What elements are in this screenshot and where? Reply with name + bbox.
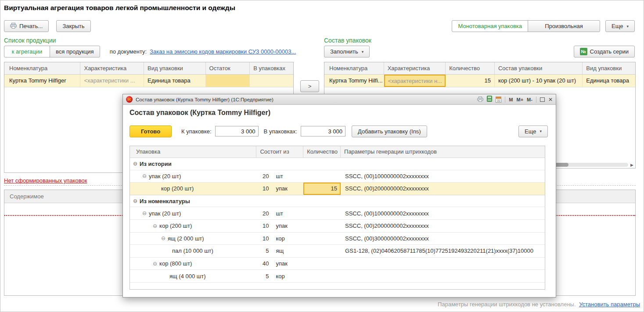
cell-characteristic-selected[interactable]: <характеристики н... — [384, 75, 446, 87]
cell-barcode-params[interactable]: GS1-128, (02)04062058711785(10)772519249… — [341, 245, 545, 257]
pack-label: ящ (2 000 шт) — [168, 235, 204, 242]
more-button[interactable]: Еще ▾ — [605, 20, 635, 32]
cell-barcode-params[interactable]: SSCC, (00)1000000002xxxxxxxx — [341, 207, 545, 219]
memory-plus-button[interactable]: M+ — [517, 97, 524, 102]
column-header[interactable]: Характеристика — [80, 62, 144, 74]
dialog-titlebar-title: Состав упаковок (Куртка Tommy Hilfiger) … — [136, 97, 474, 102]
cell-quantity[interactable] — [303, 270, 341, 282]
pack-label: кор (200 шт) — [161, 185, 194, 192]
fill-button[interactable]: Заполнить ▾ — [324, 46, 370, 57]
collapse-icon[interactable]: ⊖ — [161, 235, 165, 241]
tab-mono-pack[interactable]: Монотоварная упаковка — [452, 20, 528, 32]
create-series-button[interactable]: № Создать серии — [574, 46, 635, 57]
column-header[interactable]: Состоит из — [256, 146, 303, 158]
tab-arbitrary-pack[interactable]: Произвольная — [528, 20, 600, 32]
column-header[interactable]: Вид упаковки — [144, 62, 206, 74]
cell-characteristic[interactable]: <характеристики ... — [80, 75, 144, 87]
memory-button[interactable]: M — [509, 97, 513, 102]
table-row[interactable]: Куртка Tommy Hilfi... <характеристики н.… — [324, 75, 635, 87]
cell-nomenclature[interactable]: Куртка Tommy Hilfiger — [4, 75, 80, 87]
tab-all-products[interactable]: вся продукция — [50, 46, 100, 57]
cell-quantity-selected[interactable]: 15 — [303, 183, 341, 195]
cell-nomenclature[interactable]: Куртка Tommy Hilfi... — [324, 75, 384, 87]
table-row[interactable]: Куртка Tommy Hilfiger <характеристики ..… — [4, 75, 293, 87]
column-header[interactable]: Остаток — [206, 62, 250, 74]
tree-row[interactable]: ⊖кор (200 шт) 10упак SSCC, (00)200000000… — [130, 220, 545, 233]
packs-section-title: Состав упаковок — [324, 37, 371, 44]
collapse-icon[interactable]: ⊖ — [133, 198, 137, 204]
collapse-icon[interactable]: ⊖ — [142, 173, 147, 179]
column-header[interactable]: Количество — [303, 146, 341, 158]
pack-composition-dialog: 1С Состав упаковок (Куртка Tommy Hilfige… — [122, 94, 556, 298]
collapse-icon[interactable]: ⊖ — [142, 210, 147, 216]
dialog-titlebar[interactable]: 1С Состав упаковок (Куртка Tommy Hilfige… — [123, 94, 556, 105]
column-header[interactable]: Вид упаковки — [583, 62, 635, 74]
separator — [505, 97, 505, 103]
products-section-title: Список продукции — [4, 37, 56, 44]
tab-to-aggregation[interactable]: к агрегации — [4, 46, 50, 57]
cell-quantity[interactable] — [303, 170, 341, 183]
print-button[interactable]: Печать... — [4, 20, 49, 32]
column-header[interactable]: Состав упаковки — [495, 62, 583, 74]
tree-row[interactable]: ящ (4 000 шт) 5кор — [130, 270, 545, 283]
cell-rest[interactable] — [206, 75, 250, 87]
cell-quantity[interactable] — [303, 207, 341, 219]
column-header[interactable]: Упаковка — [130, 146, 256, 158]
scroll-right-icon[interactable]: ▶ — [630, 163, 633, 167]
cell-pack-kind[interactable]: Единица товара — [144, 75, 206, 87]
cell-quantity[interactable] — [303, 220, 341, 232]
cell-barcode-params[interactable] — [341, 270, 545, 282]
transfer-right-button[interactable]: > — [300, 80, 319, 92]
calculator-icon[interactable] — [487, 96, 492, 104]
in-packs-input[interactable] — [301, 126, 345, 136]
to-pack-input[interactable] — [215, 126, 259, 136]
cell-quantity[interactable]: 15 — [446, 75, 495, 87]
tree-group-row[interactable]: ⊖Из номенклатуры — [130, 195, 545, 208]
consist-unit: ящ — [276, 247, 284, 254]
add-pack-button[interactable]: Добавить упаковку (Ins) — [352, 126, 427, 137]
cell-in-packs[interactable] — [250, 75, 293, 87]
emission-order-link[interactable]: Заказ на эмиссию кодов маркировки СУЗ 00… — [150, 48, 296, 55]
cell-barcode-params[interactable]: SSCC, (00)1000000002xxxxxxxx — [341, 170, 545, 183]
cell-quantity[interactable] — [303, 233, 341, 245]
close-view-button[interactable]: Закрыть — [56, 20, 90, 32]
column-header[interactable]: Количество — [446, 62, 495, 74]
cell-barcode-params[interactable]: SSCC, (00)2000000002xxxxxxxx — [341, 220, 545, 232]
memory-minus-button[interactable]: M- — [527, 97, 532, 102]
column-header[interactable]: В упаковках — [250, 62, 293, 74]
cell-barcode-params[interactable]: SSCC, (00)2000000002xxxxxxxx — [341, 183, 545, 195]
collapse-icon[interactable]: ⊖ — [133, 161, 137, 167]
collapse-icon[interactable]: ⊖ — [153, 261, 157, 267]
no-packs-link[interactable]: Нет сформированных упаковок — [4, 177, 87, 184]
packs-table-header: Номенклатура Характеристика Количество С… — [324, 62, 635, 75]
set-parameters-link[interactable]: Установить параметры — [579, 301, 640, 308]
pack-label: кор (200 шт) — [159, 222, 192, 229]
dialog-more-button[interactable]: Еще ▾ — [518, 126, 548, 137]
tree-row[interactable]: ⊖упак (20 шт) 20шт SSCC, (00)1000000002x… — [130, 207, 545, 220]
cell-barcode-params[interactable]: SSCC, (00)3000000002xxxxxxxx — [341, 233, 545, 245]
add-pack-button-label: Добавить упаковку (Ins) — [358, 128, 421, 135]
print-icon[interactable] — [477, 96, 483, 104]
column-header[interactable]: Параметры генерации штрихкодов — [341, 146, 545, 158]
column-header[interactable]: Номенклатура — [324, 62, 384, 74]
tree-row-selected[interactable]: кор (200 шт) 10упак 15 SSCC, (00)2000000… — [130, 183, 545, 195]
cell-pack-kind[interactable]: Единица товара — [583, 75, 635, 87]
tree-row[interactable]: ⊖ящ (2 000 шт) 10кор SSCC, (00)300000000… — [130, 233, 545, 245]
cell-composition[interactable]: кор (200 шт) - 10 упак (20 шт) — [495, 75, 583, 87]
column-header[interactable]: Характеристика — [384, 62, 446, 74]
tree-row[interactable]: ⊖упак (20 шт) 20шт SSCC, (00)1000000002x… — [130, 170, 545, 183]
tree-row[interactable]: пал (10 000 шт) 5ящ GS1-128, (02)0406205… — [130, 245, 545, 258]
maximize-icon[interactable] — [540, 97, 545, 102]
close-view-button-label: Закрыть — [62, 23, 84, 29]
close-icon[interactable]: ✕ — [548, 97, 553, 103]
dialog-more-button-label: Еще — [525, 128, 536, 135]
tree-row[interactable]: ⊖кор (800 шт) 40упак — [130, 258, 545, 270]
cell-quantity[interactable] — [303, 245, 341, 257]
calendar-icon[interactable]: 31 — [496, 97, 501, 103]
column-header[interactable]: Номенклатура — [4, 62, 80, 74]
collapse-icon[interactable]: ⊖ — [153, 223, 157, 229]
cell-barcode-params[interactable] — [341, 258, 545, 270]
done-button[interactable]: Готово — [130, 126, 172, 137]
tree-group-row[interactable]: ⊖Из истории — [130, 158, 545, 170]
cell-quantity[interactable] — [303, 258, 341, 270]
